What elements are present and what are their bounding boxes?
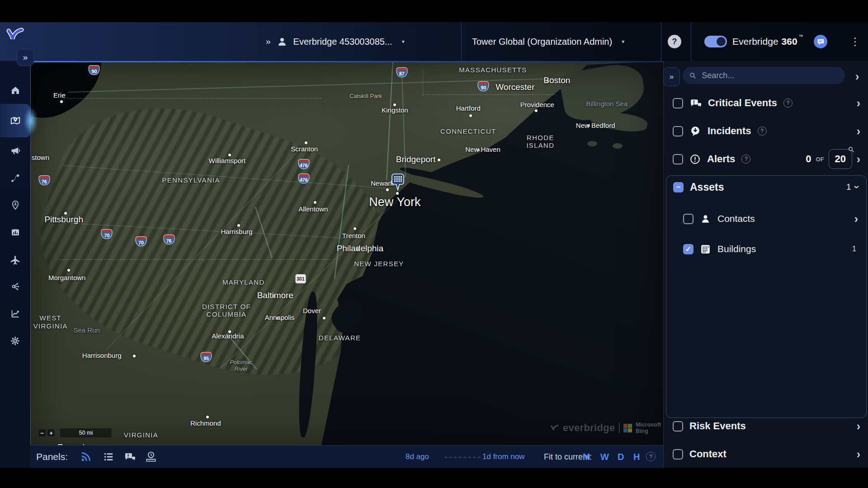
buildings-checkbox-checked[interactable]: ✓	[683, 244, 693, 254]
map-city-dot	[305, 141, 307, 144]
sidebar-item-travel[interactable]	[0, 246, 30, 273]
assets-header-row[interactable]: − Assets 1 ›	[666, 176, 866, 198]
alerts-of-label: OF	[816, 156, 824, 163]
org-switcher[interactable]: Tower Global (Organization Admin) ▾	[472, 22, 624, 61]
feedback-chat-button[interactable]	[814, 35, 827, 48]
expand-chevron[interactable]: ›	[857, 449, 860, 460]
assets-checkbox-indeterminate[interactable]: −	[673, 182, 684, 192]
plus-icon: +	[49, 430, 53, 436]
everbridge-360-toggle[interactable]	[704, 36, 727, 47]
sidebar-item-home[interactable]	[0, 77, 30, 104]
rss-feed-icon[interactable]	[80, 451, 92, 463]
sidebar-expand-button[interactable]: »	[17, 49, 34, 66]
map-pin-icon	[9, 115, 21, 127]
info-tooltip-icon[interactable]: ?	[758, 127, 767, 136]
map-label: Allentown	[298, 205, 328, 213]
layer-label: Incidents	[708, 125, 751, 137]
map-label: Harrisonburg	[82, 352, 122, 360]
contacts-checkbox[interactable]	[683, 214, 693, 224]
timeline-start-label[interactable]: 8d ago	[406, 446, 429, 468]
speech-exclaim-icon	[689, 98, 702, 109]
kebab-menu-button[interactable]: ⋮	[850, 34, 860, 49]
sidebar-item-map[interactable]	[0, 104, 30, 137]
map-city-dot	[323, 317, 326, 319]
map-canvas[interactable]: ErieMASSACHUSETTSBostonWorcesterCatskill…	[30, 61, 663, 445]
incidents-checkbox[interactable]	[673, 126, 683, 136]
layer-row-critical-events[interactable]: Critical Events ? ›	[664, 90, 868, 116]
account-switcher[interactable]: » Everbridge 453003085... ▾	[266, 22, 405, 61]
sidebar-item-workflow[interactable]	[0, 164, 30, 192]
speech-exclaim-icon[interactable]	[124, 451, 136, 463]
building-grid-marker-icon	[391, 173, 405, 191]
search-expand-chevron[interactable]: ›	[855, 71, 859, 82]
building-marker[interactable]	[391, 173, 405, 193]
map-label: Williamsport	[209, 157, 246, 165]
search-input[interactable]	[701, 70, 839, 81]
sidebar-item-settings[interactable]	[0, 327, 30, 354]
help-button[interactable]: ?	[668, 35, 681, 48]
map-overlay-layer: ErieMASSACHUSETTSBostonWorcesterCatskill…	[30, 61, 663, 445]
fit-option-month[interactable]: M	[583, 446, 590, 468]
list-icon[interactable]	[103, 451, 114, 463]
expand-chevron[interactable]: ›	[857, 98, 860, 109]
expand-chevron[interactable]: ›	[857, 126, 860, 137]
sidebar-item-reports[interactable]	[0, 219, 30, 246]
expand-chevron[interactable]: ›	[854, 212, 858, 225]
incident-bubble-icon	[689, 125, 701, 137]
critical-events-checkbox[interactable]	[673, 98, 683, 108]
product-version: 360	[782, 36, 797, 47]
layers-panel: » › Critical Events ? › Incidents	[663, 61, 868, 468]
map-label: PENNSYLVANIA	[162, 177, 220, 185]
alerts-checkbox[interactable]	[673, 154, 683, 164]
asset-row-contacts[interactable]: Contacts ›	[666, 206, 866, 231]
layer-row-incidents[interactable]: Incidents ? ›	[664, 118, 868, 144]
map-label: Kingston	[382, 106, 408, 114]
timeline-track[interactable]	[444, 457, 481, 458]
building-grid-icon	[700, 244, 711, 255]
caret-down-icon: ▾	[402, 38, 405, 45]
map-city-dot	[228, 154, 231, 156]
gear-icon	[9, 335, 21, 347]
map-scale: 50 mi	[60, 428, 112, 437]
microsoft-logo-icon	[623, 424, 632, 433]
expand-chevron[interactable]: ›	[857, 154, 860, 165]
expand-chevron[interactable]: ›	[857, 421, 860, 432]
highway-shield: 70	[136, 236, 147, 246]
zoom-in-button[interactable]: +	[47, 429, 55, 436]
map-label: DISTRICT OF COLUMBIA	[202, 303, 251, 319]
layer-label: Context	[689, 448, 726, 460]
panel-collapse-button[interactable]: »	[663, 67, 680, 86]
info-tooltip-icon[interactable]: ?	[783, 99, 793, 108]
info-tooltip-icon[interactable]: ?	[741, 155, 750, 164]
layer-row-risk-events[interactable]: Risk Events ›	[664, 413, 868, 439]
divider	[461, 22, 462, 61]
map-attribution: everbridge MicrosoftBing	[549, 422, 661, 435]
layer-row-context[interactable]: Context ›	[664, 441, 868, 467]
layer-row-alerts[interactable]: Alerts ? 0 OF 20 ›	[664, 146, 868, 172]
context-checkbox[interactable]	[673, 449, 683, 460]
scale-label: 50 mi	[79, 430, 93, 436]
risk-events-checkbox[interactable]	[673, 421, 683, 432]
fit-option-hour[interactable]: H	[633, 446, 640, 468]
timeline-end-label[interactable]: 1d from now	[482, 446, 525, 468]
timeline-help-icon[interactable]: ?	[646, 452, 656, 461]
map-label: Alexandria	[212, 333, 244, 341]
highway-shield: 90	[478, 81, 489, 91]
airplane-icon	[9, 254, 21, 265]
fit-option-week[interactable]: W	[600, 446, 609, 468]
alerts-max-input[interactable]: 20	[829, 149, 852, 169]
sidebar-item-network[interactable]	[0, 273, 30, 300]
zoom-out-button[interactable]: −	[38, 429, 46, 436]
asset-row-buildings[interactable]: ✓ Buildings 1	[666, 236, 866, 262]
collapse-section-chevron[interactable]: ›	[851, 185, 861, 188]
sidebar-item-communications[interactable]	[0, 137, 30, 164]
panel-search[interactable]	[683, 67, 845, 84]
sidebar-item-analytics[interactable]	[0, 300, 30, 327]
map-label: Baltimore	[257, 290, 293, 300]
map-label: Scranton	[291, 145, 318, 153]
fit-option-day[interactable]: D	[618, 446, 624, 468]
clock-ruler-icon[interactable]	[145, 451, 157, 463]
sidebar-item-locations[interactable]	[0, 192, 30, 219]
location-person-icon	[10, 200, 21, 211]
map-city-dot	[60, 100, 63, 103]
